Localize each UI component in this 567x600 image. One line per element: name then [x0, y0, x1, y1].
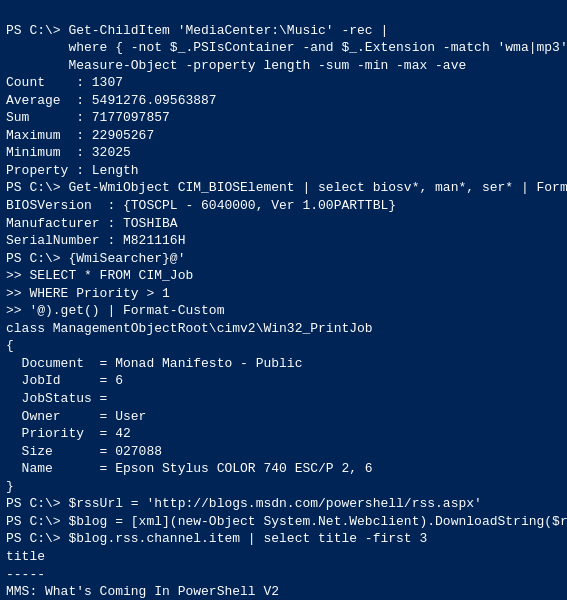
- terminal-line: >> WHERE Priority > 1: [6, 285, 561, 303]
- terminal-line: PS C:\> $blog = [xml](new-Object System.…: [6, 513, 561, 531]
- terminal-line: Maximum : 22905267: [6, 127, 561, 145]
- terminal-line: Name = Epson Stylus COLOR 740 ESC/P 2, 6: [6, 460, 561, 478]
- terminal-line: >> SELECT * FROM CIM_Job: [6, 267, 561, 285]
- terminal-line: Property : Length: [6, 162, 561, 180]
- terminal-line: Manufacturer : TOSHIBA: [6, 215, 561, 233]
- terminal-line: JobId = 6: [6, 372, 561, 390]
- terminal-line: Owner = User: [6, 408, 561, 426]
- terminal-line: PS C:\> $rssUrl = 'http://blogs.msdn.com…: [6, 495, 561, 513]
- terminal-line: Sum : 7177097857: [6, 109, 561, 127]
- terminal-line: Measure-Object -property length -sum -mi…: [6, 57, 561, 75]
- terminal-line: where { -not $_.PSIsContainer -and $_.Ex…: [6, 39, 561, 57]
- terminal-line: PS C:\> Get-ChildItem 'MediaCenter:\Musi…: [6, 22, 561, 40]
- terminal-line: MMS: What's Coming In PowerShell V2: [6, 583, 561, 600]
- terminal-line: JobStatus =: [6, 390, 561, 408]
- terminal-line: Size = 027088: [6, 443, 561, 461]
- terminal-line: class ManagementObjectRoot\cimv2\Win32_P…: [6, 320, 561, 338]
- terminal-line: PS C:\> $blog.rss.channel.item | select …: [6, 530, 561, 548]
- terminal-line: {: [6, 337, 561, 355]
- terminal-line: SerialNumber : M821116H: [6, 232, 561, 250]
- terminal-line: BIOSVersion : {TOSCPL - 6040000, Ver 1.0…: [6, 197, 561, 215]
- terminal-line: Average : 5491276.09563887: [6, 92, 561, 110]
- terminal-line: Minimum : 32025: [6, 144, 561, 162]
- terminal-line: PS C:\> Get-WmiObject CIM_BIOSElement | …: [6, 179, 561, 197]
- terminal-line: title: [6, 548, 561, 566]
- terminal-line: -----: [6, 566, 561, 584]
- terminal-line: Priority = 42: [6, 425, 561, 443]
- terminal-line: Count : 1307: [6, 74, 561, 92]
- terminal-line: Document = Monad Manifesto - Public: [6, 355, 561, 373]
- terminal-line: >> '@).get() | Format-Custom: [6, 302, 561, 320]
- terminal-line: }: [6, 478, 561, 496]
- terminal-window[interactable]: PS C:\> Get-ChildItem 'MediaCenter:\Musi…: [0, 0, 567, 600]
- terminal-line: PS C:\> {WmiSearcher}@': [6, 250, 561, 268]
